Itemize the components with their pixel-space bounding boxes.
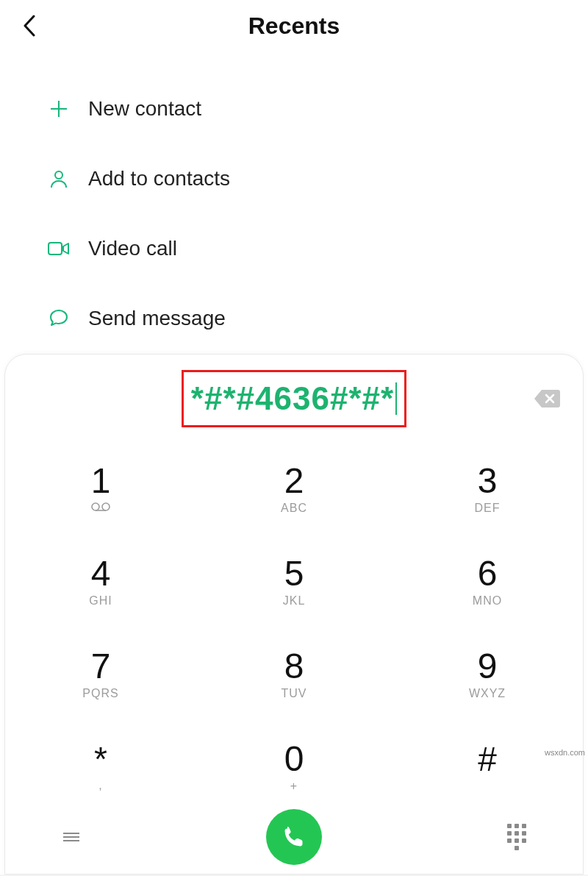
key-6[interactable]: 6MNO	[414, 536, 561, 627]
menu-icon	[63, 830, 79, 844]
key-hash[interactable]: #	[414, 722, 561, 813]
chat-icon	[29, 308, 88, 329]
key-5[interactable]: 5JKL	[220, 536, 368, 627]
key-3[interactable]: 3DEF	[414, 444, 561, 535]
header: Recents	[0, 0, 588, 51]
actions-list: New contact Add to contacts Video call S…	[0, 51, 588, 353]
dialer-panel: *#*#4636#*#* 1 2ABC 3DEF 4GHI 5JKL 6MNO …	[4, 354, 584, 875]
backspace-icon	[533, 388, 562, 409]
keypad: 1 2ABC 3DEF 4GHI 5JKL 6MNO 7PQRS 8TUV 9W…	[5, 433, 583, 813]
send-message-item[interactable]: Send message	[0, 283, 588, 353]
phone-icon	[281, 824, 307, 850]
add-to-contacts-item[interactable]: Add to contacts	[0, 143, 588, 213]
send-message-label: Send message	[88, 307, 226, 330]
watermark: wsxdn.com	[545, 748, 585, 757]
dialpad-toggle-button[interactable]	[495, 815, 539, 859]
menu-button[interactable]	[49, 815, 93, 859]
new-contact-item[interactable]: New contact	[0, 74, 588, 143]
svg-rect-3	[49, 243, 62, 254]
video-icon	[29, 241, 88, 257]
backspace-button[interactable]	[533, 388, 562, 409]
back-button[interactable]	[0, 0, 59, 51]
video-call-label: Video call	[88, 237, 177, 260]
dialpad-icon	[507, 824, 526, 850]
key-4[interactable]: 4GHI	[27, 536, 174, 627]
svg-point-7	[92, 503, 99, 510]
svg-marker-4	[63, 243, 68, 254]
person-icon	[29, 168, 88, 189]
key-star[interactable]: *,	[27, 722, 174, 813]
video-call-item[interactable]: Video call	[0, 213, 588, 283]
page-title: Recents	[0, 13, 588, 40]
key-9[interactable]: 9WXYZ	[414, 629, 561, 720]
add-to-contacts-label: Add to contacts	[88, 167, 230, 190]
key-7[interactable]: 7PQRS	[27, 629, 174, 720]
dial-display: *#*#4636#*#*	[5, 363, 583, 433]
dialer-footer	[5, 803, 583, 874]
dial-input[interactable]: *#*#4636#*#*	[191, 380, 394, 417]
chevron-left-icon	[23, 15, 36, 37]
svg-point-8	[102, 503, 110, 510]
voicemail-icon	[91, 502, 110, 515]
new-contact-label: New contact	[88, 97, 201, 121]
svg-point-2	[55, 171, 62, 179]
dial-input-highlight: *#*#4636#*#*	[182, 370, 406, 427]
plus-icon	[29, 99, 88, 119]
text-cursor	[395, 382, 397, 415]
key-8[interactable]: 8TUV	[220, 629, 368, 720]
key-2[interactable]: 2ABC	[220, 444, 368, 535]
key-0[interactable]: 0+	[220, 722, 368, 813]
call-button[interactable]	[266, 809, 322, 865]
key-1[interactable]: 1	[27, 444, 174, 535]
